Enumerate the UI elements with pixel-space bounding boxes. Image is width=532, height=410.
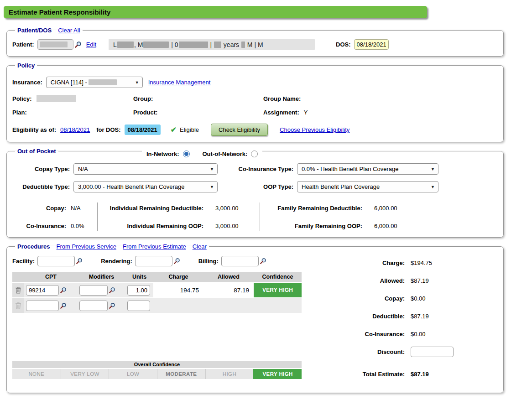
redacted-text xyxy=(117,42,134,48)
col-header-cpt: CPT xyxy=(24,272,78,283)
charge-cell xyxy=(153,298,203,314)
table-row-delete-cell xyxy=(12,283,24,298)
cpt-search-icon[interactable] xyxy=(60,287,67,294)
chevron-down-icon: ▼ xyxy=(431,167,435,171)
oop-type-select[interactable]: Health Benefit Plan Coverage ▼ xyxy=(297,181,438,192)
summary-co-insurance-label: Co-Insurance: xyxy=(324,331,405,337)
page-title: Estimate Patient Responsibility xyxy=(9,8,110,16)
summary-deductible-value: $87.19 xyxy=(411,313,429,320)
modifiers-search-icon[interactable] xyxy=(109,287,115,294)
family-remaining-deductible-label: Family Remaining Deductible: xyxy=(260,205,362,212)
in-network-radio[interactable] xyxy=(183,151,190,157)
delete-row-icon[interactable] xyxy=(15,286,21,294)
billing-input[interactable] xyxy=(221,256,259,266)
confidence-level-low: LOW xyxy=(109,369,157,379)
individual-remaining-deductible-value: 3,000.00 xyxy=(215,205,239,212)
patient-search-icon[interactable] xyxy=(74,41,82,48)
cpt-cell xyxy=(24,298,78,314)
modifiers-search-icon[interactable] xyxy=(109,302,115,309)
eligibility-as-of-label: Eligibility as of: xyxy=(12,126,56,133)
eligibility-date-link[interactable]: 08/18/2021 xyxy=(60,126,90,133)
family-remaining-oop-label: Family Remaining OOP: xyxy=(260,223,362,229)
insurance-selected-value: CIGNA [114] - xyxy=(51,79,89,86)
check-eligibility-button[interactable]: Check Eligibility xyxy=(211,124,268,136)
chevron-down-icon: ▼ xyxy=(431,185,435,189)
policy-section: Policy Insurance: CIGNA [114] - ▼ Insura… xyxy=(6,62,504,142)
discount-input[interactable] xyxy=(411,347,454,357)
policy-legend: Policy xyxy=(17,62,35,69)
facility-search-icon[interactable] xyxy=(76,258,83,265)
patient-search-input[interactable] xyxy=(37,39,73,50)
insurance-select[interactable]: CIGNA [114] - ▼ xyxy=(46,77,143,88)
summary-charge-value: $194.75 xyxy=(411,259,432,266)
delete-row-icon-disabled xyxy=(15,302,21,309)
chevron-down-icon: ▼ xyxy=(135,80,139,85)
co-insurance-type-selected-value: 0.0% - Health Benefit Plan Coverage xyxy=(302,166,398,172)
edit-patient-link[interactable]: Edit xyxy=(86,41,96,48)
eligible-label: Eligible xyxy=(180,126,199,133)
charge-cell: 194.75 xyxy=(153,283,203,298)
network-toggle: In-Network: Out-of-Network: xyxy=(142,149,262,159)
units-input[interactable] xyxy=(127,301,150,311)
from-previous-service-link[interactable]: From Previous Service xyxy=(57,243,116,250)
copay-type-selected-value: N/A xyxy=(78,166,88,172)
insurance-label: Insurance: xyxy=(12,79,42,86)
eligibility-dos-value: 08/18/2021 xyxy=(125,125,161,135)
assignment-label: Assignment: xyxy=(263,109,299,116)
modifiers-input[interactable] xyxy=(79,301,108,311)
oop-type-selected-value: Health Benefit Plan Coverage xyxy=(302,183,380,190)
deductible-type-label: Deductible Type: xyxy=(12,183,70,190)
dos-label: DOS: xyxy=(336,41,351,48)
deductible-type-selected-value: 3,000.00 - Health Benefit Plan Coverage xyxy=(78,183,184,190)
family-remaining-oop-value: 6,000.00 xyxy=(374,223,397,229)
summary-allowed-value: $87.19 xyxy=(411,277,429,284)
confidence-level-moderate: MODERATE xyxy=(157,369,205,379)
summary-copay-label: Copay: xyxy=(324,295,405,302)
redacted-text xyxy=(179,42,208,48)
co-insurance-label: Co-Insurance: xyxy=(12,223,66,229)
summary-co-insurance-value: $0.00 xyxy=(411,331,426,337)
procedures-section: Procedures From Previous Service From Pr… xyxy=(6,243,504,393)
modifiers-cell xyxy=(78,283,125,298)
patient-dos-legend: Patient/DOS xyxy=(17,27,52,34)
units-input[interactable] xyxy=(127,285,150,296)
rendering-search-icon[interactable] xyxy=(173,258,180,265)
redacted-text xyxy=(40,42,68,47)
modifiers-input[interactable] xyxy=(79,285,108,296)
out-of-pocket-section: Out of Pocket In-Network: Out-of-Network… xyxy=(6,148,504,238)
summary-deductible-label: Deductible: xyxy=(324,313,405,320)
clear-all-link[interactable]: Clear All xyxy=(58,27,80,34)
dos-input[interactable] xyxy=(354,39,389,50)
rendering-input[interactable] xyxy=(135,256,172,266)
policy-number-label: Policy: xyxy=(12,95,32,102)
col-header-allowed: Allowed xyxy=(203,272,254,283)
patient-info-banner: L, M | 0 | years M | M xyxy=(109,39,315,50)
col-header-confidence: Confidence xyxy=(254,272,302,283)
cpt-input[interactable] xyxy=(26,285,59,296)
eligible-check-icon: ✔ xyxy=(171,125,177,134)
patient-info-text: years xyxy=(222,41,241,48)
deductible-type-select[interactable]: 3,000.00 - Health Benefit Plan Coverage … xyxy=(73,181,218,192)
out-of-network-radio[interactable] xyxy=(251,151,258,157)
billing-label: Billing: xyxy=(198,258,219,265)
co-insurance-type-select[interactable]: 0.0% - Health Benefit Plan Coverage ▼ xyxy=(297,163,438,175)
patient-info-text: , M xyxy=(134,41,143,48)
summary-total-estimate-value: $87.19 xyxy=(411,371,429,378)
from-previous-estimate-link[interactable]: From Previous Estimate xyxy=(123,243,186,250)
cpt-input[interactable] xyxy=(26,301,59,311)
confidence-level-high: HIGH xyxy=(205,369,254,379)
procedures-table: CPT Modifiers Units Charge Allowed Confi… xyxy=(12,272,302,314)
redacted-text xyxy=(241,42,245,48)
choose-previous-eligibility-link[interactable]: Choose Previous Eligibility xyxy=(280,126,349,133)
cpt-search-icon[interactable] xyxy=(60,302,67,309)
copay-type-select[interactable]: N/A ▼ xyxy=(73,163,218,175)
out-of-pocket-legend: Out of Pocket xyxy=(17,148,56,155)
col-header-charge: Charge xyxy=(153,272,203,283)
clear-procedures-link[interactable]: Clear xyxy=(193,243,207,250)
insurance-management-link[interactable]: Insurance Management xyxy=(148,79,211,86)
facility-input[interactable] xyxy=(37,256,75,266)
billing-search-icon[interactable] xyxy=(260,258,266,265)
patient-dos-section: Patient/DOS Clear All Patient: Edit L, M… xyxy=(6,27,504,57)
estimate-summary: Charge: $194.75 Allowed: $87.19 Copay: $… xyxy=(324,256,454,387)
co-insurance-type-label: Co-Insurance Type: xyxy=(221,166,293,172)
